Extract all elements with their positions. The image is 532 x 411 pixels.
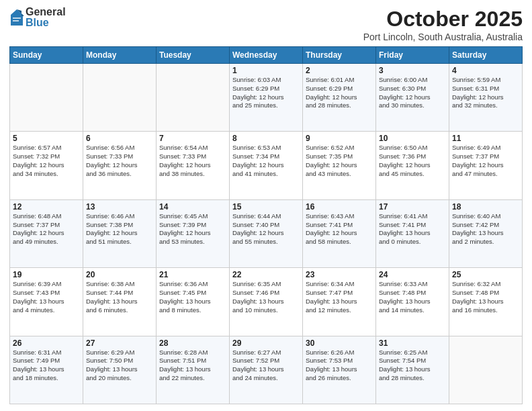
day-number: 20 bbox=[86, 270, 153, 279]
calendar-cell: 13Sunrise: 6:46 AM Sunset: 7:38 PM Dayli… bbox=[83, 199, 157, 267]
day-info: Sunrise: 6:29 AM Sunset: 7:50 PM Dayligh… bbox=[86, 349, 153, 383]
calendar-cell: 24Sunrise: 6:33 AM Sunset: 7:48 PM Dayli… bbox=[376, 268, 449, 336]
calendar-cell: 1Sunrise: 6:03 AM Sunset: 6:29 PM Daylig… bbox=[230, 64, 303, 132]
day-number: 9 bbox=[306, 134, 373, 143]
day-number: 14 bbox=[159, 202, 226, 212]
day-info: Sunrise: 6:53 AM Sunset: 7:34 PM Dayligh… bbox=[232, 144, 300, 178]
calendar-cell bbox=[83, 64, 157, 132]
day-header-friday: Friday bbox=[376, 47, 449, 64]
day-number: 24 bbox=[379, 270, 446, 279]
calendar-cell: 26Sunrise: 6:31 AM Sunset: 7:49 PM Dayli… bbox=[10, 336, 83, 404]
day-info: Sunrise: 5:59 AM Sunset: 6:31 PM Dayligh… bbox=[452, 76, 519, 110]
day-number: 23 bbox=[306, 270, 373, 279]
calendar-cell: 5Sunrise: 6:57 AM Sunset: 7:32 PM Daylig… bbox=[10, 132, 83, 199]
day-number: 28 bbox=[159, 338, 226, 348]
day-number: 8 bbox=[232, 134, 300, 143]
day-number: 13 bbox=[86, 202, 153, 212]
calendar-cell: 23Sunrise: 6:34 AM Sunset: 7:47 PM Dayli… bbox=[303, 268, 376, 336]
day-header-wednesday: Wednesday bbox=[230, 47, 303, 64]
calendar-cell: 2Sunrise: 6:01 AM Sunset: 6:29 PM Daylig… bbox=[303, 64, 376, 132]
day-number: 27 bbox=[86, 338, 153, 348]
day-number: 30 bbox=[306, 338, 373, 348]
day-header-thursday: Thursday bbox=[303, 47, 376, 64]
day-info: Sunrise: 6:56 AM Sunset: 7:33 PM Dayligh… bbox=[86, 144, 153, 178]
calendar-cell: 3Sunrise: 6:00 AM Sunset: 6:30 PM Daylig… bbox=[376, 64, 449, 132]
day-number: 15 bbox=[232, 202, 300, 212]
day-number: 31 bbox=[379, 338, 446, 348]
calendar-cell: 30Sunrise: 6:26 AM Sunset: 7:53 PM Dayli… bbox=[303, 336, 376, 404]
day-info: Sunrise: 6:34 AM Sunset: 7:47 PM Dayligh… bbox=[306, 280, 373, 314]
day-info: Sunrise: 6:36 AM Sunset: 7:45 PM Dayligh… bbox=[159, 280, 226, 314]
calendar-cell: 20Sunrise: 6:38 AM Sunset: 7:44 PM Dayli… bbox=[83, 268, 157, 336]
day-number: 6 bbox=[86, 134, 153, 143]
day-info: Sunrise: 6:26 AM Sunset: 7:53 PM Dayligh… bbox=[306, 349, 373, 383]
day-header-sunday: Sunday bbox=[10, 47, 83, 64]
day-number: 5 bbox=[13, 134, 80, 143]
page: General Blue October 2025 Port Lincoln, … bbox=[0, 0, 532, 411]
day-info: Sunrise: 6:45 AM Sunset: 7:39 PM Dayligh… bbox=[159, 212, 226, 246]
calendar-cell: 25Sunrise: 6:32 AM Sunset: 7:48 PM Dayli… bbox=[449, 268, 523, 336]
day-number: 4 bbox=[452, 66, 519, 75]
day-number: 19 bbox=[13, 270, 80, 279]
day-number: 25 bbox=[452, 270, 519, 279]
day-info: Sunrise: 6:27 AM Sunset: 7:52 PM Dayligh… bbox=[232, 349, 300, 383]
day-number: 12 bbox=[13, 202, 80, 212]
day-number: 26 bbox=[13, 338, 80, 348]
day-number: 7 bbox=[159, 134, 226, 143]
calendar-cell: 31Sunrise: 6:25 AM Sunset: 7:54 PM Dayli… bbox=[376, 336, 449, 404]
svg-rect-2 bbox=[13, 17, 21, 19]
calendar-cell: 11Sunrise: 6:49 AM Sunset: 7:37 PM Dayli… bbox=[449, 132, 523, 199]
calendar-cell bbox=[449, 336, 523, 404]
calendar-cell: 19Sunrise: 6:39 AM Sunset: 7:43 PM Dayli… bbox=[10, 268, 83, 336]
calendar-week-3: 12Sunrise: 6:48 AM Sunset: 7:37 PM Dayli… bbox=[10, 199, 523, 267]
day-number: 2 bbox=[306, 66, 373, 75]
day-info: Sunrise: 6:01 AM Sunset: 6:29 PM Dayligh… bbox=[306, 76, 373, 110]
day-header-saturday: Saturday bbox=[449, 47, 523, 64]
calendar-cell: 16Sunrise: 6:43 AM Sunset: 7:41 PM Dayli… bbox=[303, 199, 376, 267]
calendar-cell: 8Sunrise: 6:53 AM Sunset: 7:34 PM Daylig… bbox=[230, 132, 303, 199]
day-number: 16 bbox=[306, 202, 373, 212]
calendar-cell bbox=[157, 64, 230, 132]
day-header-monday: Monday bbox=[83, 47, 157, 64]
logo-blue: Blue bbox=[26, 17, 66, 28]
calendar-cell: 17Sunrise: 6:41 AM Sunset: 7:41 PM Dayli… bbox=[376, 199, 449, 267]
day-number: 18 bbox=[452, 202, 519, 212]
day-info: Sunrise: 6:54 AM Sunset: 7:33 PM Dayligh… bbox=[159, 144, 226, 178]
day-header-tuesday: Tuesday bbox=[157, 47, 230, 64]
day-number: 22 bbox=[232, 270, 300, 279]
logo: General Blue bbox=[9, 7, 66, 28]
svg-rect-3 bbox=[13, 20, 19, 21]
calendar-cell: 21Sunrise: 6:36 AM Sunset: 7:45 PM Dayli… bbox=[157, 268, 230, 336]
calendar-week-5: 26Sunrise: 6:31 AM Sunset: 7:49 PM Dayli… bbox=[10, 336, 523, 404]
calendar-header-row: SundayMondayTuesdayWednesdayThursdayFrid… bbox=[10, 47, 523, 64]
title-block: October 2025 Port Lincoln, South Austral… bbox=[363, 7, 523, 42]
day-info: Sunrise: 6:49 AM Sunset: 7:37 PM Dayligh… bbox=[452, 144, 519, 178]
logo-general: General bbox=[26, 7, 66, 17]
day-number: 1 bbox=[232, 66, 300, 75]
day-number: 17 bbox=[379, 202, 446, 212]
calendar-cell: 15Sunrise: 6:44 AM Sunset: 7:40 PM Dayli… bbox=[230, 199, 303, 267]
calendar-cell: 29Sunrise: 6:27 AM Sunset: 7:52 PM Dayli… bbox=[230, 336, 303, 404]
calendar-cell: 10Sunrise: 6:50 AM Sunset: 7:36 PM Dayli… bbox=[376, 132, 449, 199]
day-info: Sunrise: 6:32 AM Sunset: 7:48 PM Dayligh… bbox=[452, 280, 519, 314]
calendar-cell: 18Sunrise: 6:40 AM Sunset: 7:42 PM Dayli… bbox=[449, 199, 523, 267]
day-info: Sunrise: 6:03 AM Sunset: 6:29 PM Dayligh… bbox=[232, 76, 300, 110]
calendar-cell: 28Sunrise: 6:28 AM Sunset: 7:51 PM Dayli… bbox=[157, 336, 230, 404]
day-info: Sunrise: 6:57 AM Sunset: 7:32 PM Dayligh… bbox=[13, 144, 80, 178]
day-info: Sunrise: 6:46 AM Sunset: 7:38 PM Dayligh… bbox=[86, 212, 153, 246]
day-info: Sunrise: 6:38 AM Sunset: 7:44 PM Dayligh… bbox=[86, 280, 153, 314]
calendar-cell: 22Sunrise: 6:35 AM Sunset: 7:46 PM Dayli… bbox=[230, 268, 303, 336]
day-number: 10 bbox=[379, 134, 446, 143]
calendar-cell: 7Sunrise: 6:54 AM Sunset: 7:33 PM Daylig… bbox=[157, 132, 230, 199]
day-info: Sunrise: 6:52 AM Sunset: 7:35 PM Dayligh… bbox=[306, 144, 373, 178]
calendar-cell: 12Sunrise: 6:48 AM Sunset: 7:37 PM Dayli… bbox=[10, 199, 83, 267]
day-info: Sunrise: 6:43 AM Sunset: 7:41 PM Dayligh… bbox=[306, 212, 373, 246]
day-info: Sunrise: 6:35 AM Sunset: 7:46 PM Dayligh… bbox=[232, 280, 300, 314]
day-info: Sunrise: 6:25 AM Sunset: 7:54 PM Dayligh… bbox=[379, 349, 446, 383]
calendar-week-1: 1Sunrise: 6:03 AM Sunset: 6:29 PM Daylig… bbox=[10, 64, 523, 132]
day-number: 29 bbox=[232, 338, 300, 348]
calendar-table: SundayMondayTuesdayWednesdayThursdayFrid… bbox=[9, 46, 523, 404]
logo-text: General Blue bbox=[26, 7, 66, 28]
day-info: Sunrise: 6:48 AM Sunset: 7:37 PM Dayligh… bbox=[13, 212, 80, 246]
calendar-cell: 14Sunrise: 6:45 AM Sunset: 7:39 PM Dayli… bbox=[157, 199, 230, 267]
